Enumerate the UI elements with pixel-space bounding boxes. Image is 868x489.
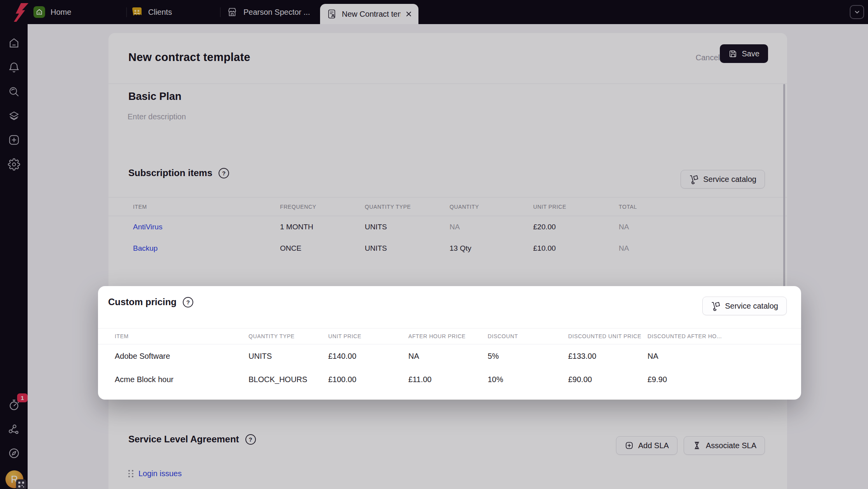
help-icon[interactable]: ? xyxy=(245,434,256,445)
compass-icon[interactable] xyxy=(8,447,20,459)
tab-clients[interactable]: Clients xyxy=(131,0,172,24)
table-row: Acme Block hour BLOCK_HOURS £100.00 £11.… xyxy=(98,368,801,391)
table-row: Backup ONCE UNITS 13 Qty £10.00 NA xyxy=(108,238,787,259)
save-floppy-icon xyxy=(728,49,737,58)
subscription-items-heading: Subscription items ? xyxy=(128,168,229,178)
help-icon[interactable]: ? xyxy=(183,297,193,307)
table-row: Adobe Software UNITS £140.00 NA 5% £133.… xyxy=(98,344,801,368)
drag-handle-icon[interactable] xyxy=(128,470,133,477)
plan-name: Basic Plan xyxy=(128,91,182,103)
qr-code-icon[interactable] xyxy=(16,479,26,489)
tab-client-record[interactable]: Pearson Spector ... xyxy=(226,0,310,24)
sla-heading: Service Level Agreement ? xyxy=(128,434,256,445)
panel-header: New contract template Cancel Save xyxy=(108,33,787,84)
contract-doc-icon xyxy=(326,9,337,19)
home-tab-icon xyxy=(33,6,45,18)
tab-home[interactable]: Home xyxy=(33,0,71,24)
tab-divider xyxy=(126,7,127,17)
sla-list-item: Login issues xyxy=(128,469,182,478)
service-catalog-button[interactable]: Service catalog xyxy=(681,170,765,189)
subscription-table-header: ITEM FREQUENCY QUANTITY TYPE QUANTITY UN… xyxy=(108,197,787,216)
home-icon[interactable] xyxy=(8,37,20,49)
close-icon[interactable] xyxy=(405,10,412,17)
top-tab-bar: Home Clients Pearson Spector ... New Con… xyxy=(0,0,868,24)
page-title: New contract template xyxy=(128,51,250,64)
sla-item-link[interactable]: Login issues xyxy=(138,469,182,478)
app-window: New contract template Cancel Save Basic … xyxy=(0,0,868,489)
associate-sla-button[interactable]: Associate SLA xyxy=(684,436,765,455)
clients-tab-icon xyxy=(131,6,143,18)
custom-pricing-card: Custom pricing ? Service catalog ITEM QU… xyxy=(98,286,801,400)
item-link[interactable]: Backup xyxy=(133,244,280,253)
left-nav-sidebar: 1 R xyxy=(0,0,28,489)
chevron-down-icon[interactable] xyxy=(850,5,864,19)
gear-icon[interactable] xyxy=(8,158,20,171)
cancel-button[interactable]: Cancel xyxy=(696,53,720,62)
custom-pricing-heading: Custom pricing ? xyxy=(108,297,193,307)
help-icon[interactable]: ? xyxy=(219,168,229,178)
timer-notification-badge: 1 xyxy=(17,393,28,402)
tab-divider xyxy=(220,7,220,17)
hand-truck-icon xyxy=(711,301,721,311)
hand-truck-icon xyxy=(689,175,699,184)
description-input[interactable] xyxy=(128,110,400,124)
item-link[interactable]: AntiVirus xyxy=(133,223,280,231)
storefront-icon xyxy=(226,6,238,18)
plus-square-icon xyxy=(625,441,634,450)
hourglass-icon xyxy=(692,441,702,450)
bell-icon[interactable] xyxy=(8,61,20,74)
contract-template-panel: New contract template Cancel Save Basic … xyxy=(108,33,787,489)
add-square-icon[interactable] xyxy=(8,134,20,146)
layers-icon[interactable] xyxy=(8,110,20,122)
custom-pricing-table-header: ITEM QUANTITY TYPE UNIT PRICE AFTER HOUR… xyxy=(98,328,801,344)
table-row: AntiVirus 1 MONTH UNITS NA £20.00 NA xyxy=(108,216,787,238)
search-icon[interactable] xyxy=(8,86,20,98)
tab-new-contract-template-active[interactable]: New Contract tem... xyxy=(320,4,418,24)
add-sla-button[interactable]: Add SLA xyxy=(616,436,677,455)
superops-logo[interactable] xyxy=(9,2,30,23)
service-catalog-button[interactable]: Service catalog xyxy=(702,297,787,315)
save-button[interactable]: Save xyxy=(720,44,768,63)
share-nodes-icon[interactable] xyxy=(8,423,20,436)
